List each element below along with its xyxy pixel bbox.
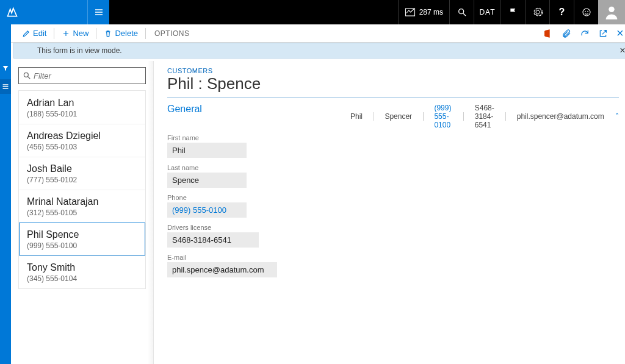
svg-point-4 xyxy=(587,11,588,12)
breadcrumb[interactable]: CUSTOMERS xyxy=(167,67,619,74)
customer-phone: (188) 555-0101 xyxy=(27,110,137,118)
svg-point-6 xyxy=(24,73,28,77)
svg-point-1 xyxy=(458,9,463,14)
customer-phone: (777) 555-0102 xyxy=(27,176,137,184)
perf-icon xyxy=(405,7,416,18)
topbar-spacer xyxy=(109,0,398,24)
section-title: General xyxy=(167,104,350,115)
pencil-icon xyxy=(22,29,31,38)
title-underline xyxy=(167,97,619,98)
info-message: This form is in view mode. xyxy=(37,46,122,55)
company-picker[interactable]: DAT xyxy=(474,0,500,24)
summary-first: Phil xyxy=(350,112,363,121)
info-bar: This form is in view mode. × xyxy=(13,43,625,59)
list-icon[interactable] xyxy=(0,79,11,94)
customer-item[interactable]: Tony Smith (345) 555-0104 xyxy=(19,255,145,288)
customer-name: Josh Baile xyxy=(27,163,137,174)
filter-icon[interactable] xyxy=(0,61,11,76)
customer-list: Adrian Lan (188) 555-0101 Andreas Dziegi… xyxy=(18,90,146,289)
customer-item[interactable]: Andreas Dziegiel (456) 555-0103 xyxy=(19,124,145,157)
search-small-icon xyxy=(23,71,31,80)
new-button[interactable]: New xyxy=(56,24,95,43)
field-last-name: Last name Spence xyxy=(167,164,619,188)
plus-icon xyxy=(62,29,70,38)
flag-icon[interactable] xyxy=(500,0,525,24)
field-email: E-mail phil.spence@adatum.com xyxy=(167,254,619,277)
hamburger-icon[interactable] xyxy=(87,0,109,24)
customer-item[interactable]: Josh Baile (777) 555-0102 xyxy=(19,157,145,190)
summary-phone[interactable]: (999) 555-0100 xyxy=(434,104,452,129)
topbar: 287 ms DAT ? xyxy=(0,0,625,24)
separator xyxy=(96,28,96,39)
svg-point-3 xyxy=(585,11,586,12)
popout-icon[interactable] xyxy=(598,29,608,38)
customer-item[interactable]: Mrinal Natarajan (312) 555-0105 xyxy=(19,190,145,223)
field-label: Last name xyxy=(167,164,619,171)
trash-icon xyxy=(104,29,112,38)
nav-strip-blue xyxy=(0,24,11,364)
attach-icon[interactable] xyxy=(562,29,571,38)
app-logo[interactable] xyxy=(0,0,87,24)
detail-pane: CUSTOMERS Phil : Spence General Phil Spe… xyxy=(154,61,625,364)
customer-name: Phil Spence xyxy=(27,229,137,240)
filter-box[interactable] xyxy=(18,67,146,84)
close-detail-icon[interactable]: × xyxy=(616,26,624,40)
customer-item-selected[interactable]: Phil Spence (999) 555-0100 xyxy=(19,223,145,255)
info-close-icon[interactable]: × xyxy=(620,45,625,56)
perf-ms: 287 ms xyxy=(419,8,443,16)
record-title: Phil : Spence xyxy=(167,74,619,93)
summary-row: Phil Spencer (999) 555-0100 S468-3184-65… xyxy=(350,104,619,129)
summary-email: phil.spencer@adatum.com xyxy=(517,112,604,121)
field-license: Drivers license S468-3184-6541 xyxy=(167,224,619,248)
search-icon[interactable] xyxy=(449,0,474,24)
separator xyxy=(145,28,146,39)
field-value-email[interactable]: phil.spence@adatum.com xyxy=(167,262,277,277)
customer-name: Andreas Dziegiel xyxy=(27,130,137,141)
customer-name: Adrian Lan xyxy=(27,98,137,109)
chevron-up-icon[interactable]: ˄ xyxy=(615,112,619,121)
gear-icon[interactable] xyxy=(525,0,549,24)
field-value[interactable]: Phil xyxy=(167,143,247,158)
edit-button[interactable]: Edit xyxy=(16,24,52,43)
office-icon[interactable] xyxy=(543,29,553,38)
field-label: Drivers license xyxy=(167,224,619,231)
action-toolbar: Edit New Delete OPTIONS xyxy=(11,24,625,43)
perf-indicator[interactable]: 287 ms xyxy=(398,0,449,24)
field-phone: Phone (999) 555-0100 xyxy=(167,194,619,218)
separator xyxy=(54,28,54,39)
customer-phone: (456) 555-0103 xyxy=(27,143,137,151)
customer-phone: (999) 555-0100 xyxy=(27,241,137,250)
field-value-phone[interactable]: (999) 555-0100 xyxy=(167,202,247,218)
summary-license: S468-3184-6541 xyxy=(475,104,495,129)
summary-last: Spencer xyxy=(385,112,412,121)
user-avatar[interactable] xyxy=(598,0,625,24)
field-first-name: First name Phil xyxy=(167,134,619,158)
help-icon[interactable]: ? xyxy=(549,0,574,24)
customer-item[interactable]: Adrian Lan (188) 555-0101 xyxy=(19,91,145,124)
field-label: First name xyxy=(167,134,619,141)
topbar-right: 287 ms DAT ? xyxy=(398,0,625,24)
field-value[interactable]: S468-3184-6541 xyxy=(167,232,259,248)
svg-point-5 xyxy=(609,7,614,12)
field-value[interactable]: Spence xyxy=(167,173,247,188)
customer-name: Tony Smith xyxy=(27,262,137,273)
delete-button[interactable]: Delete xyxy=(98,24,144,43)
feedback-icon[interactable] xyxy=(574,0,598,24)
customer-phone: (345) 555-0104 xyxy=(27,274,137,283)
filter-input[interactable] xyxy=(34,71,142,80)
field-label: Phone xyxy=(167,194,619,201)
field-label: E-mail xyxy=(167,254,619,261)
customer-name: Mrinal Natarajan xyxy=(27,196,137,207)
refresh-icon[interactable] xyxy=(580,29,590,38)
options-button[interactable]: OPTIONS xyxy=(147,29,197,38)
customer-phone: (312) 555-0105 xyxy=(27,209,137,217)
svg-point-2 xyxy=(583,9,590,16)
customer-list-pane: Adrian Lan (188) 555-0101 Andreas Dziegi… xyxy=(11,61,154,364)
